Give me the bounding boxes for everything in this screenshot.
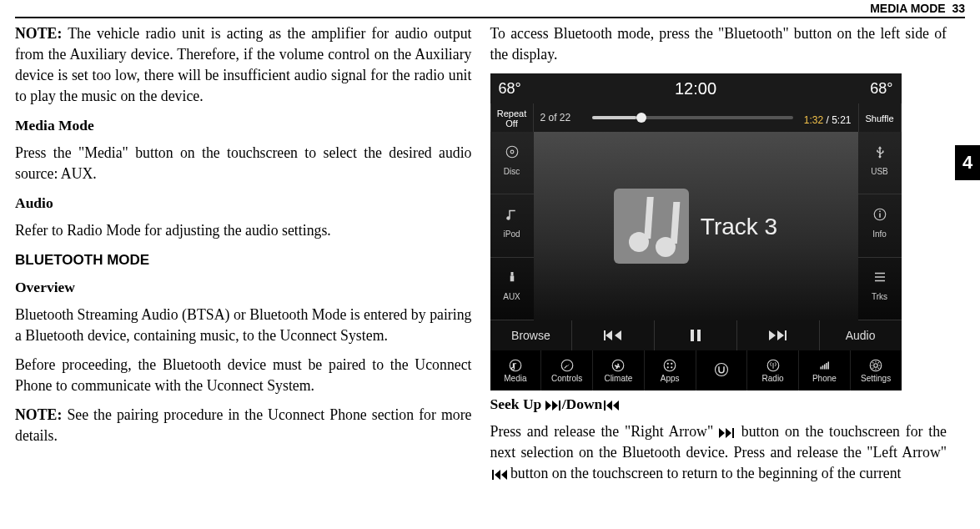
svg-rect-26 [822,365,824,370]
svg-marker-8 [606,330,612,340]
status-bar: 68° 12:00 68° [490,73,902,103]
list-icon [872,270,887,285]
page-header: MEDIA MODE 33 [0,0,980,17]
paragraph-audio: Refer to Radio Mode for adjusting the au… [15,220,472,241]
source-aux-label: AUX [503,286,520,307]
seek-back-icon [602,401,619,411]
nav-media[interactable]: Media [490,350,542,390]
music-note-icon [505,207,520,222]
svg-marker-38 [719,428,725,438]
svg-marker-39 [726,428,731,438]
svg-point-18 [664,360,676,371]
caption-seek-up: Seek Up [490,395,545,412]
note-label: NOTE: [15,25,62,42]
nav-radio[interactable]: Radio [747,350,799,390]
progress-bar[interactable] [592,116,793,119]
main-area: Disc iPod AUX Track 3 [490,132,902,320]
info-icon [872,207,887,222]
progress-area[interactable]: 2 of 22 1:32 / 5:21 [534,103,858,132]
note-label-2: NOTE: [15,406,62,423]
paragraph-overview-1: Bluetooth Streaming Audio (BTSA) or Blue… [15,305,472,346]
total-time: / 5:21 [823,114,851,126]
svg-marker-43 [501,470,507,480]
source-usb-label: USB [871,161,888,182]
svg-marker-36 [606,401,612,411]
track-title: Track 3 [701,216,777,237]
audio-label: Audio [846,325,876,346]
svg-rect-34 [559,401,560,411]
pause-icon [689,329,702,342]
next-track-button[interactable] [737,320,820,350]
repeat-label: Repeat [497,108,526,118]
source-disc[interactable]: Disc [490,132,534,194]
disc-icon [505,144,520,159]
audio-button[interactable]: Audio [820,320,902,350]
svg-rect-2 [510,272,513,276]
playback-controls: Browse Audio [490,320,902,350]
svg-rect-3 [510,276,514,282]
svg-marker-37 [613,401,619,411]
browse-button[interactable]: Browse [490,320,573,350]
temp-left: 68° [499,78,521,99]
svg-marker-33 [552,401,558,411]
source-aux[interactable]: AUX [490,258,534,320]
note-paragraph-2: NOTE: See the pairing procedure in the U… [15,405,472,446]
nav-radio-label: Radio [762,375,784,383]
nav-climate[interactable]: Climate [593,350,645,390]
svg-point-20 [671,363,672,365]
svg-marker-9 [615,330,621,340]
right-source-column: USB Info Trks [858,132,902,320]
svg-point-31 [874,364,878,368]
usb-icon [872,144,887,159]
uconnect-screenshot: 68° 12:00 68° Repeat Off 2 of 22 1:32 / … [490,73,902,390]
progress-knob[interactable] [636,113,646,123]
nav-settings[interactable]: Settings [851,350,902,390]
clock: 12:00 [675,78,716,99]
svg-marker-32 [545,401,551,411]
aux-jack-icon [505,270,520,285]
source-disc-label: Disc [504,161,520,182]
progress-fill [592,116,636,119]
prev-track-button[interactable] [572,320,655,350]
track-count: 2 of 22 [540,108,571,128]
svg-point-23 [715,364,727,376]
svg-rect-41 [492,470,494,480]
time-text: 1:32 / 5:21 [804,110,852,131]
svg-rect-10 [691,330,694,341]
nav-climate-label: Climate [604,375,632,383]
svg-rect-40 [732,428,734,438]
nav-settings-label: Settings [861,375,891,383]
shuffle-button[interactable]: Shuffle [858,103,902,132]
svg-rect-6 [879,210,881,212]
album-art-icon [614,189,689,264]
svg-rect-25 [821,367,822,370]
repeat-state: Off [505,118,517,128]
shuffle-label: Shuffle [865,113,893,123]
pause-button[interactable] [655,320,737,350]
repeat-button[interactable]: Repeat Off [490,103,534,132]
source-usb[interactable]: USB [858,132,902,194]
next-track-icon [768,330,788,341]
album-area: Track 3 [534,132,858,320]
right-arrow-icon [719,428,736,438]
nav-phone[interactable]: Phone [799,350,851,390]
header-page-number: 33 [952,2,965,15]
svg-point-19 [667,363,669,365]
chapter-tab: 4 [955,145,980,180]
paragraph-media-mode: Press the "Media" button on the touchscr… [15,143,472,184]
nav-apps[interactable]: Apps [645,350,696,390]
track-info-bar: Repeat Off 2 of 22 1:32 / 5:21 Shuffle [490,103,902,132]
source-tracks[interactable]: Trks [858,258,902,320]
svg-rect-14 [785,330,787,340]
media-icon [508,358,523,373]
paragraph-bt-access: To access Bluetooth mode, press the "Blu… [490,23,947,65]
nav-uconnect[interactable] [696,350,748,390]
source-ipod[interactable]: iPod [490,194,534,257]
radio-tower-icon [766,358,781,373]
nav-controls[interactable]: Controls [541,350,593,390]
source-info[interactable]: Info [858,194,902,257]
svg-rect-27 [824,365,826,370]
svg-marker-12 [769,330,776,340]
seek-p-part3: button on the touchscreen to return to t… [507,465,902,481]
note-text-2: See the pairing procedure in the Uconnec… [15,406,472,444]
